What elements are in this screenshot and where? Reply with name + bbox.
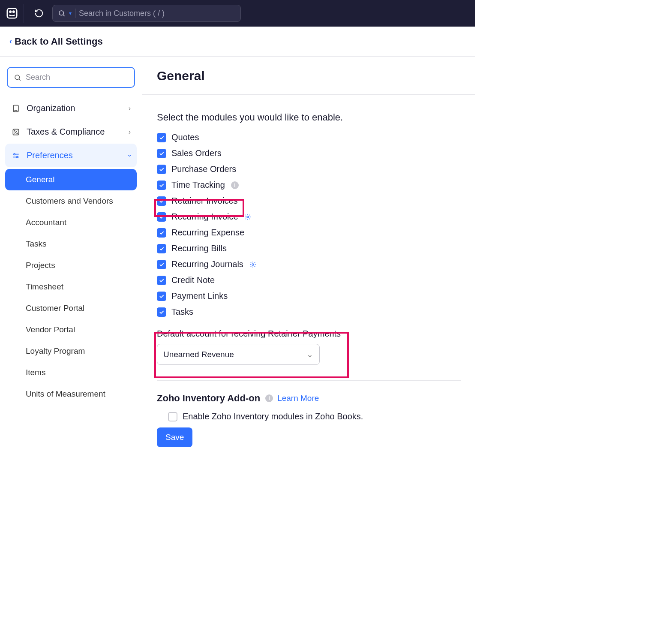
module-checkbox[interactable] [157, 228, 166, 238]
module-row: Credit Note [157, 275, 461, 285]
select-value: Unearned Revenue [163, 350, 234, 359]
module-row: Recurring Invoice [157, 212, 461, 222]
sidebar-search[interactable] [7, 67, 135, 88]
svg-point-4 [15, 75, 20, 80]
module-label: Quotes [171, 132, 199, 142]
module-label: Retainer Invoices [171, 196, 238, 206]
chevron-right-icon: › [129, 128, 131, 136]
save-button[interactable]: Save [157, 427, 192, 447]
module-row: Purchase Orders [157, 164, 461, 174]
sub-item-accountant[interactable]: Accountant [5, 212, 137, 233]
module-row: Time Trackingi [157, 180, 461, 190]
chevron-down-icon[interactable]: ▾ [69, 10, 72, 16]
nav-label: Preferences [27, 150, 73, 160]
svg-point-10 [17, 156, 18, 157]
module-checkbox[interactable] [157, 244, 166, 253]
sub-item-general[interactable]: General [5, 169, 137, 190]
sidebar-item-preferences[interactable]: Preferences › [5, 144, 137, 167]
percent-icon [11, 128, 21, 136]
module-row: Quotes [157, 132, 461, 142]
sidebar-item-taxes[interactable]: Taxes & Compliance › [5, 120, 137, 144]
sub-item-customer-portal[interactable]: Customer Portal [5, 298, 137, 319]
module-checkbox[interactable] [157, 307, 166, 317]
save-bar: Save [157, 421, 461, 453]
search-icon [14, 74, 21, 81]
svg-point-1 [9, 11, 11, 12]
module-row: Retainer Invoices [157, 196, 461, 206]
module-label: Tasks [171, 307, 193, 317]
module-checkbox[interactable] [157, 260, 166, 269]
module-label: Recurring Bills [171, 244, 227, 253]
settings-sidebar: Organization › Taxes & Compliance › Pref… [0, 57, 142, 466]
sub-item-items[interactable]: Items [5, 362, 137, 383]
module-row: Sales Orders [157, 148, 461, 158]
module-checkbox[interactable] [157, 133, 166, 142]
gear-icon[interactable] [244, 214, 251, 220]
chevron-down-icon: ⌄ [306, 349, 313, 359]
module-row: Recurring Bills [157, 244, 461, 253]
sub-item-timesheet[interactable]: Timesheet [5, 276, 137, 298]
global-search[interactable]: ▾ [52, 5, 241, 22]
module-label: Time Tracking [171, 180, 225, 190]
module-checkbox[interactable] [157, 181, 166, 190]
module-label: Sales Orders [171, 148, 222, 158]
sub-item-loyalty-program[interactable]: Loyalty Program [5, 340, 137, 362]
svg-rect-0 [7, 9, 17, 18]
retainer-account-field: Default account for receiving Retainer P… [157, 329, 461, 365]
back-link[interactable]: ‹ Back to All Settings [9, 36, 103, 47]
sub-item-tasks[interactable]: Tasks [5, 233, 137, 255]
addon-checkbox-label: Enable Zoho Inventory modules in Zoho Bo… [183, 412, 363, 421]
building-icon [11, 104, 21, 113]
chevron-right-icon: › [129, 105, 131, 112]
divider [157, 380, 461, 381]
sub-item-units-measurement[interactable]: Units of Measurement [5, 383, 137, 405]
addon-checkbox[interactable] [168, 412, 177, 421]
topbar: ▾ [0, 0, 475, 27]
svg-point-9 [14, 153, 15, 155]
learn-more-link[interactable]: Learn More [277, 394, 319, 403]
module-label: Recurring Expense [171, 228, 244, 238]
field-label: Default account for receiving Retainer P… [157, 329, 461, 339]
info-icon[interactable]: i [231, 181, 239, 189]
divider [142, 94, 475, 95]
addon-heading: Zoho Inventory Add-on i Learn More [157, 393, 461, 404]
chevron-down-icon: › [126, 154, 133, 156]
module-checkbox[interactable] [157, 196, 166, 206]
module-row: Recurring Expense [157, 228, 461, 238]
modules-section-title: Select the modules you would like to ena… [157, 112, 461, 123]
nav-label: Taxes & Compliance [27, 127, 105, 137]
retainer-account-select[interactable]: Unearned Revenue ⌄ [157, 344, 320, 365]
addon-enable-row: Enable Zoho Inventory modules in Zoho Bo… [157, 412, 461, 421]
sub-item-projects[interactable]: Projects [5, 255, 137, 276]
global-search-input[interactable] [79, 9, 235, 18]
sub-item-vendor-portal[interactable]: Vendor Portal [5, 319, 137, 340]
breadcrumb: ‹ Back to All Settings [0, 27, 475, 57]
module-checkbox[interactable] [157, 276, 166, 285]
addon-title-text: Zoho Inventory Add-on [157, 393, 260, 404]
app-logo[interactable] [5, 4, 24, 23]
chevron-left-icon: ‹ [9, 37, 12, 46]
nav-label: Organization [27, 103, 75, 113]
module-checkbox[interactable] [157, 165, 166, 174]
svg-point-8 [17, 133, 18, 134]
module-checkbox[interactable] [157, 149, 166, 158]
module-label: Recurring Invoice [171, 212, 238, 222]
sidebar-item-organization[interactable]: Organization › [5, 96, 137, 120]
modules-list: QuotesSales OrdersPurchase OrdersTime Tr… [157, 132, 461, 317]
module-row: Recurring Journals [157, 259, 461, 269]
gear-icon[interactable] [249, 261, 256, 268]
preferences-sublist: General Customers and Vendors Accountant… [5, 169, 137, 405]
reload-icon[interactable] [33, 9, 45, 18]
sub-item-customers-vendors[interactable]: Customers and Vendors [5, 190, 137, 212]
sliders-icon [11, 151, 21, 160]
search-icon [58, 9, 66, 17]
svg-point-2 [12, 11, 14, 12]
info-icon[interactable]: i [265, 394, 273, 402]
module-checkbox[interactable] [157, 212, 166, 222]
sidebar-search-input[interactable] [26, 73, 128, 82]
svg-point-3 [59, 11, 64, 15]
content-area: General Select the modules you would lik… [142, 57, 475, 466]
module-checkbox[interactable] [157, 292, 166, 301]
module-label: Payment Links [171, 291, 228, 301]
page-title: General [157, 69, 461, 83]
